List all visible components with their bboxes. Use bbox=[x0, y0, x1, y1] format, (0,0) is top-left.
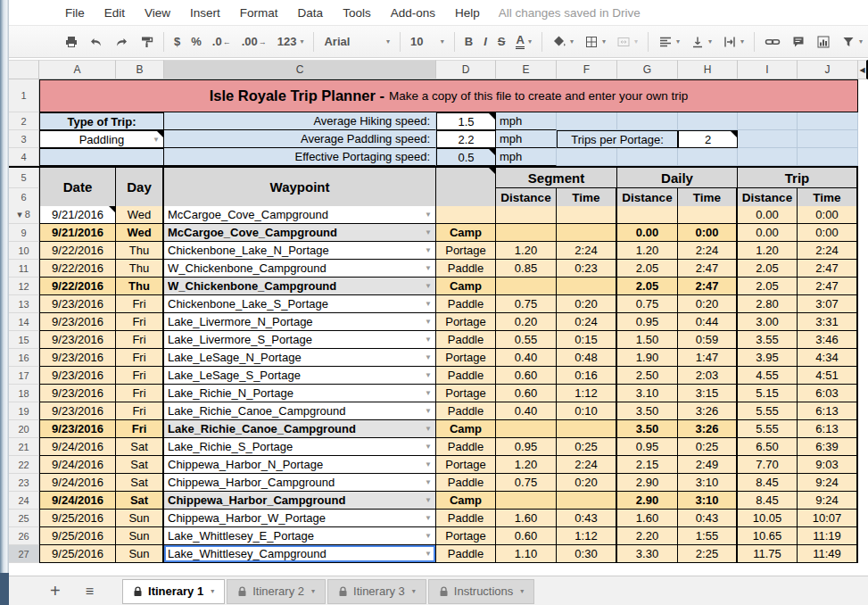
cell-E11[interactable]: 0.85 bbox=[496, 260, 557, 278]
row-header-19[interactable]: 19 bbox=[9, 402, 39, 420]
cell-I20[interactable]: 5.55 bbox=[738, 420, 798, 438]
cell-D20[interactable]: Camp bbox=[436, 420, 496, 438]
header-trip-time[interactable]: Time bbox=[798, 188, 858, 208]
cell-A22[interactable]: 9/24/2016 bbox=[39, 456, 116, 474]
column-header-E[interactable]: E bbox=[496, 60, 557, 79]
cell-I24[interactable]: 8.45 bbox=[738, 492, 798, 510]
cell-hiking-speed-unit[interactable]: mph bbox=[496, 112, 557, 130]
cell-A19[interactable]: 9/23/2016 bbox=[39, 402, 116, 420]
cell-H21[interactable]: 0:25 bbox=[678, 438, 738, 456]
cell-portaging-speed-value[interactable]: 0.5 bbox=[436, 148, 496, 166]
row-header-1[interactable]: 1 bbox=[9, 79, 39, 112]
cell-F17[interactable]: 0:16 bbox=[557, 367, 617, 385]
header-type[interactable] bbox=[436, 168, 496, 208]
cell-A13[interactable]: 9/23/2016 bbox=[39, 295, 116, 313]
cell-J27[interactable]: 11:49 bbox=[798, 545, 858, 563]
cell-B26[interactable]: Sun bbox=[116, 527, 164, 545]
waypoint-dropdown-C17[interactable]: Lake_LeSage_S_Portage▼ bbox=[164, 367, 436, 385]
column-header-H[interactable]: H bbox=[678, 60, 738, 79]
cell-J16[interactable]: 4:34 bbox=[798, 349, 858, 367]
cell-G18[interactable]: 3.10 bbox=[617, 385, 678, 402]
header-waypoint[interactable]: Waypoint bbox=[164, 168, 436, 208]
cell-E8[interactable] bbox=[496, 206, 557, 224]
row-header-16[interactable]: 16 bbox=[9, 349, 39, 367]
cell-E12[interactable] bbox=[496, 278, 557, 295]
cell-H24[interactable]: 3:10 bbox=[678, 492, 738, 510]
cell-D23[interactable]: Paddle bbox=[436, 474, 496, 492]
header-segment-distance[interactable]: Distance bbox=[496, 188, 557, 208]
decrease-decimals-button[interactable]: .0← bbox=[207, 30, 236, 54]
cell-J23[interactable]: 9:24 bbox=[798, 474, 858, 492]
sheet-tab-itinerary-1[interactable]: Itinerary 1▾ bbox=[122, 579, 225, 604]
sheet-tab-itinerary-3[interactable]: Itinerary 3▾ bbox=[327, 579, 426, 604]
row-header-18[interactable]: 18 bbox=[9, 385, 39, 402]
row-header-15[interactable]: 15 bbox=[9, 331, 39, 349]
cell-B24[interactable]: Sat bbox=[116, 492, 164, 510]
cell-I22[interactable]: 7.70 bbox=[738, 456, 798, 474]
waypoint-dropdown-C19[interactable]: Lake_Richie_Canoe_Campground▼ bbox=[164, 402, 436, 420]
cell-F8[interactable] bbox=[557, 206, 617, 224]
waypoint-dropdown-C12[interactable]: W_Chickenbone_Campground▼ bbox=[164, 278, 436, 295]
cell-I12[interactable]: 2.05 bbox=[738, 278, 798, 295]
cell-B18[interactable]: Fri bbox=[116, 385, 164, 402]
insert-link-button[interactable] bbox=[759, 30, 786, 54]
waypoint-dropdown-C11[interactable]: W_Chickenbone_Campground▼ bbox=[164, 260, 436, 278]
cell-J14[interactable]: 3:31 bbox=[798, 313, 858, 331]
cell-I19[interactable]: 5.55 bbox=[738, 402, 798, 420]
cell-A18[interactable]: 9/23/2016 bbox=[39, 385, 116, 402]
cell-E24[interactable] bbox=[496, 492, 557, 510]
cell-I4[interactable] bbox=[738, 148, 798, 166]
cell-B14[interactable]: Fri bbox=[116, 313, 164, 331]
cell-G24[interactable]: 2.90 bbox=[617, 492, 678, 510]
cell-D18[interactable]: Portage bbox=[436, 385, 496, 402]
column-header-I[interactable]: I bbox=[738, 60, 798, 79]
cell-B15[interactable]: Fri bbox=[116, 331, 164, 349]
cell-D14[interactable]: Portage bbox=[436, 313, 496, 331]
cell-A15[interactable]: 9/23/2016 bbox=[39, 331, 116, 349]
cell-J12[interactable]: 2:47 bbox=[798, 278, 858, 295]
menu-data[interactable]: Data bbox=[288, 6, 334, 20]
cell-J22[interactable]: 9:03 bbox=[798, 456, 858, 474]
cell-A25[interactable]: 9/25/2016 bbox=[39, 510, 116, 527]
cell-E27[interactable]: 1.10 bbox=[496, 545, 557, 563]
cell-J24[interactable]: 9:24 bbox=[798, 492, 858, 510]
cell-H19[interactable]: 3:26 bbox=[678, 402, 738, 420]
cell-G10[interactable]: 1.20 bbox=[617, 242, 678, 260]
cell-J25[interactable]: 10:07 bbox=[798, 510, 858, 527]
cell-H8[interactable] bbox=[678, 206, 738, 224]
row-header-24[interactable]: 24 bbox=[9, 492, 39, 510]
column-header-F[interactable]: F bbox=[557, 60, 617, 79]
cell-G27[interactable]: 3.30 bbox=[617, 545, 678, 563]
cell-H18[interactable]: 3:15 bbox=[678, 385, 738, 402]
cell-H11[interactable]: 2:47 bbox=[678, 260, 738, 278]
row-header-21[interactable]: 21 bbox=[9, 438, 39, 456]
cell-J13[interactable]: 3:07 bbox=[798, 295, 858, 313]
cell-F24[interactable] bbox=[557, 492, 617, 510]
header-daily[interactable]: Daily bbox=[617, 168, 738, 188]
add-sheet-button[interactable]: + bbox=[43, 581, 68, 601]
cell-D13[interactable]: Paddle bbox=[436, 295, 496, 313]
cell-I16[interactable]: 3.95 bbox=[738, 349, 798, 367]
sheet-tab-instructions[interactable]: Instructions▾ bbox=[428, 579, 535, 604]
cell-F11[interactable]: 0:23 bbox=[557, 260, 617, 278]
row-header-6[interactable]: 6 bbox=[9, 188, 39, 209]
waypoint-dropdown-C14[interactable]: Lake_Livermore_N_Portage▼ bbox=[164, 313, 436, 331]
waypoint-dropdown-C9[interactable]: McCargoe_Cove_Campground▼ bbox=[164, 224, 436, 242]
cell-F20[interactable] bbox=[557, 420, 617, 438]
cell-J15[interactable]: 3:46 bbox=[798, 331, 858, 349]
cell-D22[interactable]: Portage bbox=[436, 456, 496, 474]
cell-portaging-speed-label[interactable]: Effective Portaging speed: bbox=[164, 148, 436, 166]
row-header-20[interactable]: 20 bbox=[9, 420, 39, 438]
cell-I10[interactable]: 1.20 bbox=[738, 242, 798, 260]
cell-G11[interactable]: 2.05 bbox=[617, 260, 678, 278]
cell-J11[interactable]: 2:47 bbox=[798, 260, 858, 278]
cell-E14[interactable]: 0.20 bbox=[496, 313, 557, 331]
cell-H16[interactable]: 1:47 bbox=[678, 349, 738, 367]
cell-I2[interactable] bbox=[738, 112, 798, 130]
cell-A27[interactable]: 9/25/2016 bbox=[39, 545, 116, 563]
menu-insert[interactable]: Insert bbox=[180, 6, 230, 20]
row-header-22[interactable]: 22 bbox=[9, 456, 39, 474]
cell-B12[interactable]: Thu bbox=[116, 278, 164, 295]
cell-H12[interactable]: 2:47 bbox=[678, 278, 738, 295]
cell-E23[interactable]: 0.75 bbox=[496, 474, 557, 492]
